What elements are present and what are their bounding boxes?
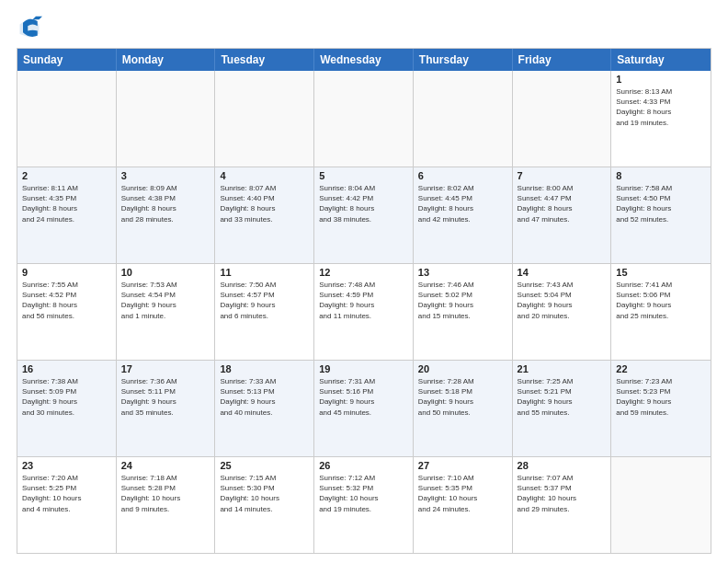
day-number: 14: [518, 267, 607, 278]
cal-cell-day-19: 19Sunrise: 7:31 AM Sunset: 5:16 PM Dayli…: [314, 361, 414, 456]
day-number: 5: [319, 170, 408, 181]
cell-info: Sunrise: 7:25 AM Sunset: 5:21 PM Dayligh…: [518, 376, 607, 418]
calendar: SundayMondayTuesdayWednesdayThursdayFrid…: [17, 48, 711, 554]
cell-info: Sunrise: 7:28 AM Sunset: 5:18 PM Dayligh…: [418, 376, 507, 418]
cal-cell-day-11: 11Sunrise: 7:50 AM Sunset: 4:57 PM Dayli…: [215, 264, 314, 360]
day-number: 24: [121, 460, 210, 471]
cal-cell-empty: [314, 71, 414, 167]
cell-info: Sunrise: 7:41 AM Sunset: 5:06 PM Dayligh…: [616, 280, 706, 321]
day-number: 7: [518, 170, 607, 181]
cal-cell-day-18: 18Sunrise: 7:33 AM Sunset: 5:13 PM Dayli…: [215, 361, 314, 456]
day-header-sunday: Sunday: [17, 49, 117, 71]
cal-cell-day-16: 16Sunrise: 7:38 AM Sunset: 5:09 PM Dayli…: [17, 361, 117, 456]
cell-info: Sunrise: 8:13 AM Sunset: 4:33 PM Dayligh…: [616, 86, 706, 128]
day-number: 28: [518, 460, 607, 471]
cal-week-5: 23Sunrise: 7:20 AM Sunset: 5:25 PM Dayli…: [17, 456, 711, 553]
day-number: 16: [22, 363, 111, 374]
cell-info: Sunrise: 7:36 AM Sunset: 5:11 PM Dayligh…: [121, 376, 210, 418]
header: [17, 15, 711, 40]
cal-cell-day-24: 24Sunrise: 7:18 AM Sunset: 5:28 PM Dayli…: [117, 457, 216, 553]
cell-info: Sunrise: 7:48 AM Sunset: 4:59 PM Dayligh…: [319, 280, 408, 321]
cal-cell-day-9: 9Sunrise: 7:55 AM Sunset: 4:52 PM Daylig…: [17, 264, 117, 360]
cal-cell-empty: [414, 71, 513, 167]
day-number: 17: [121, 363, 210, 374]
cal-cell-day-14: 14Sunrise: 7:43 AM Sunset: 5:04 PM Dayli…: [513, 264, 612, 360]
cal-week-4: 16Sunrise: 7:38 AM Sunset: 5:09 PM Dayli…: [17, 360, 711, 456]
cal-cell-day-8: 8Sunrise: 7:58 AM Sunset: 4:50 PM Daylig…: [611, 167, 711, 263]
cal-cell-day-6: 6Sunrise: 8:02 AM Sunset: 4:45 PM Daylig…: [414, 167, 513, 263]
cell-info: Sunrise: 7:55 AM Sunset: 4:52 PM Dayligh…: [22, 280, 111, 321]
day-number: 6: [418, 170, 507, 181]
day-number: 27: [418, 460, 507, 471]
cal-week-3: 9Sunrise: 7:55 AM Sunset: 4:52 PM Daylig…: [17, 263, 711, 360]
cal-cell-day-25: 25Sunrise: 7:15 AM Sunset: 5:30 PM Dayli…: [215, 457, 314, 553]
cal-cell-empty: [117, 71, 216, 167]
cal-cell-day-4: 4Sunrise: 8:07 AM Sunset: 4:40 PM Daylig…: [215, 167, 314, 263]
day-number: 25: [220, 460, 309, 471]
logo: [17, 15, 46, 40]
cal-cell-day-1: 1Sunrise: 8:13 AM Sunset: 4:33 PM Daylig…: [611, 71, 711, 167]
day-header-tuesday: Tuesday: [215, 49, 314, 71]
cell-info: Sunrise: 8:04 AM Sunset: 4:42 PM Dayligh…: [319, 183, 408, 224]
generalblue-logo-icon: [17, 15, 42, 40]
day-number: 21: [518, 363, 607, 374]
cal-cell-empty: [513, 71, 612, 167]
day-number: 23: [22, 460, 111, 471]
day-header-thursday: Thursday: [414, 49, 513, 71]
cal-cell-day-5: 5Sunrise: 8:04 AM Sunset: 4:42 PM Daylig…: [314, 167, 414, 263]
cell-info: Sunrise: 7:07 AM Sunset: 5:37 PM Dayligh…: [518, 473, 607, 514]
day-number: 2: [22, 170, 111, 181]
cell-info: Sunrise: 7:20 AM Sunset: 5:25 PM Dayligh…: [22, 473, 111, 514]
cal-cell-day-27: 27Sunrise: 7:10 AM Sunset: 5:35 PM Dayli…: [414, 457, 513, 553]
calendar-header: SundayMondayTuesdayWednesdayThursdayFrid…: [17, 49, 711, 71]
calendar-body: 1Sunrise: 8:13 AM Sunset: 4:33 PM Daylig…: [17, 71, 711, 553]
cal-cell-day-2: 2Sunrise: 8:11 AM Sunset: 4:35 PM Daylig…: [17, 167, 117, 263]
day-header-friday: Friday: [513, 49, 612, 71]
day-number: 3: [121, 170, 210, 181]
day-number: 8: [616, 170, 706, 181]
cal-cell-day-23: 23Sunrise: 7:20 AM Sunset: 5:25 PM Dayli…: [17, 457, 117, 553]
cell-info: Sunrise: 7:31 AM Sunset: 5:16 PM Dayligh…: [319, 376, 408, 418]
cell-info: Sunrise: 8:00 AM Sunset: 4:47 PM Dayligh…: [518, 183, 607, 224]
day-number: 19: [319, 363, 408, 374]
cal-cell-day-17: 17Sunrise: 7:36 AM Sunset: 5:11 PM Dayli…: [117, 361, 216, 456]
cell-info: Sunrise: 7:12 AM Sunset: 5:32 PM Dayligh…: [319, 473, 408, 514]
page: SundayMondayTuesdayWednesdayThursdayFrid…: [0, 0, 728, 563]
cell-info: Sunrise: 7:33 AM Sunset: 5:13 PM Dayligh…: [220, 376, 309, 418]
cal-cell-day-7: 7Sunrise: 8:00 AM Sunset: 4:47 PM Daylig…: [513, 167, 612, 263]
cal-cell-empty: [215, 71, 314, 167]
day-header-wednesday: Wednesday: [314, 49, 414, 71]
cal-cell-empty: [17, 71, 117, 167]
day-header-saturday: Saturday: [611, 49, 711, 71]
day-number: 13: [418, 267, 507, 278]
cal-cell-day-21: 21Sunrise: 7:25 AM Sunset: 5:21 PM Dayli…: [513, 361, 612, 456]
day-number: 22: [616, 363, 706, 374]
cell-info: Sunrise: 8:07 AM Sunset: 4:40 PM Dayligh…: [220, 183, 309, 224]
cell-info: Sunrise: 8:09 AM Sunset: 4:38 PM Dayligh…: [121, 183, 210, 224]
cal-cell-day-22: 22Sunrise: 7:23 AM Sunset: 5:23 PM Dayli…: [611, 361, 711, 456]
day-header-monday: Monday: [117, 49, 216, 71]
cal-cell-day-3: 3Sunrise: 8:09 AM Sunset: 4:38 PM Daylig…: [117, 167, 216, 263]
cell-info: Sunrise: 8:02 AM Sunset: 4:45 PM Dayligh…: [418, 183, 507, 224]
cell-info: Sunrise: 7:10 AM Sunset: 5:35 PM Dayligh…: [418, 473, 507, 514]
cell-info: Sunrise: 7:38 AM Sunset: 5:09 PM Dayligh…: [22, 376, 111, 418]
day-number: 10: [121, 267, 210, 278]
day-number: 9: [22, 267, 111, 278]
cell-info: Sunrise: 8:11 AM Sunset: 4:35 PM Dayligh…: [22, 183, 111, 224]
cell-info: Sunrise: 7:53 AM Sunset: 4:54 PM Dayligh…: [121, 280, 210, 321]
day-number: 26: [319, 460, 408, 471]
cal-cell-day-28: 28Sunrise: 7:07 AM Sunset: 5:37 PM Dayli…: [513, 457, 612, 553]
cal-cell-day-13: 13Sunrise: 7:46 AM Sunset: 5:02 PM Dayli…: [414, 264, 513, 360]
cell-info: Sunrise: 7:46 AM Sunset: 5:02 PM Dayligh…: [418, 280, 507, 321]
day-number: 12: [319, 267, 408, 278]
cell-info: Sunrise: 7:18 AM Sunset: 5:28 PM Dayligh…: [121, 473, 210, 514]
cal-week-1: 1Sunrise: 8:13 AM Sunset: 4:33 PM Daylig…: [17, 71, 711, 167]
day-number: 18: [220, 363, 309, 374]
cell-info: Sunrise: 7:50 AM Sunset: 4:57 PM Dayligh…: [220, 280, 309, 321]
cal-cell-day-15: 15Sunrise: 7:41 AM Sunset: 5:06 PM Dayli…: [611, 264, 711, 360]
day-number: 1: [616, 74, 706, 85]
cal-week-2: 2Sunrise: 8:11 AM Sunset: 4:35 PM Daylig…: [17, 167, 711, 263]
cell-info: Sunrise: 7:58 AM Sunset: 4:50 PM Dayligh…: [616, 183, 706, 224]
day-number: 11: [220, 267, 309, 278]
day-number: 4: [220, 170, 309, 181]
